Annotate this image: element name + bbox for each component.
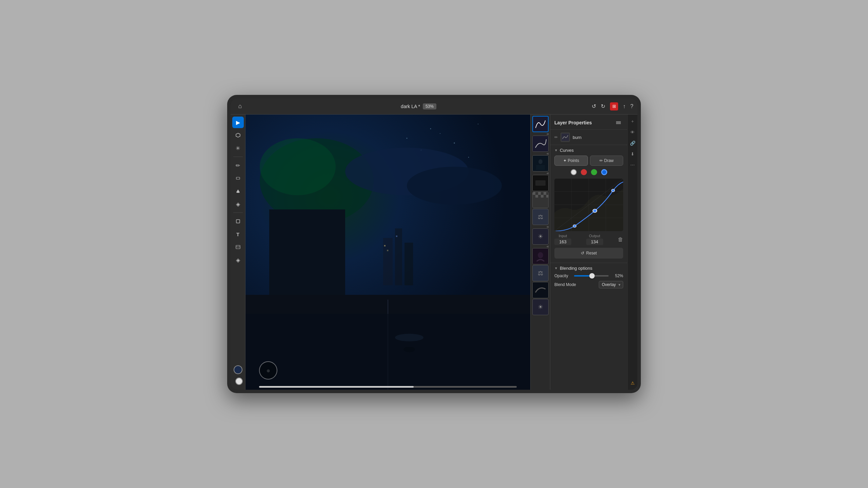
main-area: ▶ ✳ ✏ ◈: [231, 115, 637, 390]
layer-thumb-2[interactable]: [532, 155, 549, 171]
svg-point-34: [538, 159, 542, 164]
blending-section-header[interactable]: ▼ Blending options: [554, 266, 623, 271]
right-panel-outer: Layer Properties: [550, 115, 637, 390]
layer-thumb-1[interactable]: [532, 136, 549, 152]
layer-thumb-8[interactable]: ⚖: [532, 265, 549, 281]
layer-thumb-5[interactable]: ⚖: [532, 209, 549, 225]
svg-rect-48: [616, 121, 621, 122]
svg-point-46: [538, 252, 543, 258]
curve-controls: ✦ Points ✏ Draw: [554, 156, 623, 166]
blending-title: Blending options: [560, 266, 592, 271]
blend-mode-row: Blend Mode Overlay Normal Multiply Scree…: [554, 281, 623, 288]
tool-crop[interactable]: [232, 216, 244, 227]
blending-chevron: ▼: [554, 266, 558, 270]
tool-fill[interactable]: [232, 185, 244, 197]
draw-label: Draw: [604, 158, 614, 163]
zoom-level[interactable]: 53%: [423, 103, 436, 109]
primary-color-swatch[interactable]: [234, 365, 242, 374]
link-layers-button[interactable]: 🔗: [629, 139, 637, 147]
left-toolbar: ▶ ✳ ✏ ◈: [231, 115, 245, 390]
visibility-button[interactable]: 👁: [629, 128, 637, 136]
layer-thumb-9[interactable]: [532, 282, 549, 298]
tool-brush[interactable]: ✏: [232, 160, 244, 171]
svg-point-10: [468, 157, 469, 158]
channel-blue[interactable]: [601, 169, 607, 175]
undo-button[interactable]: ↺: [592, 103, 596, 109]
svg-rect-39: [533, 192, 535, 195]
channel-white[interactable]: [571, 169, 577, 175]
svg-rect-49: [616, 122, 621, 123]
layers-icon[interactable]: ⊞: [610, 102, 618, 110]
add-adjustment-button[interactable]: ＋: [629, 117, 637, 125]
tool-text[interactable]: T: [232, 228, 244, 240]
tool-lasso[interactable]: [232, 129, 244, 141]
layers-strip: ◀ ◀: [530, 115, 550, 390]
top-bar: ⌂ dark LA * 53% ↺ ↻ ⊞ ↑ ?: [231, 98, 637, 115]
curves-section: ▼ Curves ✦ Points ✏ Draw: [550, 145, 627, 263]
channel-dots: [554, 169, 623, 175]
layers-panel-button[interactable]: [614, 118, 623, 127]
channel-green[interactable]: [591, 169, 597, 175]
opacity-value: 52%: [611, 273, 623, 278]
home-icon: ⌂: [238, 103, 242, 110]
layer-small-thumb: [560, 133, 570, 142]
tool-eraser[interactable]: [232, 172, 244, 184]
reset-icon: ↺: [581, 251, 584, 256]
curves-section-header[interactable]: ▼ Curves: [554, 148, 623, 153]
tool-picker[interactable]: ◈: [232, 254, 244, 266]
svg-rect-23: [387, 250, 388, 251]
tool-eyedropper[interactable]: ◈: [232, 198, 244, 210]
share-button[interactable]: ↑: [623, 103, 626, 109]
canvas-area[interactable]: ◎: [245, 115, 530, 390]
svg-rect-50: [616, 123, 621, 124]
panel-header: Layer Properties: [550, 115, 627, 130]
output-group: Output 134: [586, 234, 603, 245]
svg-rect-0: [236, 177, 240, 179]
input-label: Input: [559, 234, 567, 238]
svg-rect-42: [535, 195, 538, 198]
points-button[interactable]: ✦ Points: [554, 156, 588, 166]
canvas-image: ◎: [245, 115, 530, 390]
svg-rect-21: [405, 243, 413, 285]
opacity-slider[interactable]: [574, 275, 609, 277]
draw-button[interactable]: ✏ Draw: [590, 156, 624, 166]
layer-thumb-0[interactable]: [532, 116, 549, 132]
layer-thumb-10[interactable]: ☀: [532, 299, 549, 315]
document-title: dark LA *: [401, 104, 420, 109]
svg-rect-40: [538, 192, 541, 195]
reset-button[interactable]: ↺ Reset: [554, 248, 623, 259]
layer-thumb-7[interactable]: [532, 248, 549, 264]
svg-point-14: [407, 167, 502, 205]
svg-rect-22: [384, 245, 386, 246]
blend-mode-select[interactable]: Overlay Normal Multiply Screen Darken Li…: [599, 281, 623, 288]
tool-magic-wand[interactable]: ✳: [232, 142, 244, 154]
channel-red[interactable]: [581, 169, 587, 175]
opacity-thumb[interactable]: [589, 273, 595, 279]
tool-image[interactable]: [232, 241, 244, 253]
layer-thumb-6[interactable]: ☀: [532, 228, 549, 245]
delete-point-button[interactable]: 🗑: [618, 237, 623, 243]
layer-thumb-3[interactable]: [532, 175, 549, 191]
opacity-label: Opacity: [554, 273, 571, 278]
blend-mode-label: Blend Mode: [554, 282, 576, 287]
help-button[interactable]: ?: [630, 103, 633, 109]
blend-mode-wrapper: Overlay Normal Multiply Screen Darken Li…: [599, 281, 623, 288]
options-button[interactable]: ⋯: [629, 161, 637, 169]
svg-rect-35: [536, 165, 545, 170]
redo-button[interactable]: ↻: [601, 103, 605, 109]
tool-select[interactable]: ▶: [232, 117, 244, 128]
warning-button[interactable]: ⚠: [629, 379, 637, 387]
svg-rect-28: [245, 314, 530, 390]
svg-rect-44: [546, 195, 548, 198]
secondary-color-swatch[interactable]: [235, 378, 243, 385]
separator-2: [233, 212, 243, 213]
curves-graph[interactable]: [554, 179, 623, 231]
home-button[interactable]: ⌂: [235, 101, 245, 112]
layer-thumb-4[interactable]: [532, 192, 549, 208]
svg-point-62: [611, 189, 615, 192]
svg-rect-47: [533, 282, 548, 298]
input-value[interactable]: 163: [554, 239, 571, 245]
output-value[interactable]: 134: [586, 239, 603, 245]
merge-button[interactable]: ⬇: [629, 150, 637, 158]
svg-rect-32: [533, 136, 548, 151]
